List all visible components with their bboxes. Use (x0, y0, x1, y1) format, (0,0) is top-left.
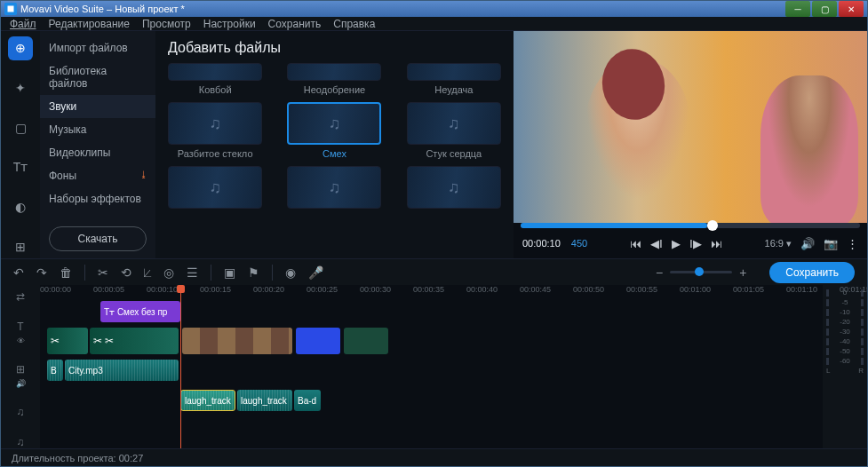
sidebar-item-import[interactable]: Импорт файлов (40, 36, 155, 59)
import-icon[interactable]: ⊕ (8, 36, 33, 60)
ruler-tick: 00:01:15 (840, 285, 867, 294)
transition-button[interactable]: ▣ (224, 265, 235, 280)
left-toolstrip: ⊕ ✦ ▢ Tᴛ ◐ ⊞ (1, 31, 40, 258)
add-track-button[interactable]: ⇄ (16, 290, 25, 303)
aspect-icon[interactable]: ▢ (8, 115, 33, 139)
download-icon: ⭳ (139, 170, 148, 179)
audio-track-icon[interactable]: ♫ (17, 406, 25, 418)
menu-view[interactable]: Просмотр (142, 18, 191, 30)
timeline-ruler[interactable]: 00:00:0000:00:0500:00:1000:00:1500:00:20… (40, 285, 823, 299)
ruler-tick: 00:00:05 (93, 285, 124, 294)
prev-button[interactable]: ⏮ (630, 237, 641, 250)
wand-icon[interactable]: ✦ (8, 76, 33, 100)
zoom-slider[interactable] (670, 271, 732, 273)
audio-clip[interactable]: laugh_track (237, 390, 292, 411)
duration-value: 00:27 (119, 453, 144, 463)
delete-button[interactable]: 🗑 (60, 265, 72, 280)
audio-clip[interactable]: B (47, 360, 63, 381)
video-clip[interactable]: ✂ (47, 328, 88, 354)
media-tile[interactable]: ♫ (407, 102, 501, 145)
menu-help[interactable]: Справка (333, 18, 375, 30)
title-track-icon[interactable]: T 👁 (17, 321, 25, 345)
redo-button[interactable]: ↷ (36, 265, 47, 280)
maximize-button[interactable]: ▢ (812, 1, 837, 17)
save-button[interactable]: Сохранить (769, 262, 855, 283)
duration-label: Длительность проекта: (12, 453, 116, 463)
sidebar-item-library[interactable]: Библиотека файлов (40, 59, 155, 95)
titlebar[interactable]: Movavi Video Suite – Новый проект * ─ ▢ … (1, 1, 867, 17)
close-button[interactable]: ✕ (839, 1, 864, 17)
snapshot-icon[interactable]: 📷 (824, 237, 838, 250)
menu-file[interactable]: Файл (10, 18, 36, 30)
image-clip[interactable] (344, 328, 388, 354)
text-icon[interactable]: Tᴛ (8, 155, 33, 179)
rotate-button[interactable]: ⟲ (121, 265, 131, 280)
aspect-ratio[interactable]: 16:9 ▾ (765, 238, 792, 249)
ruler-tick: 00:00:15 (200, 285, 231, 294)
tile-label: Разбитое стекло (178, 148, 253, 159)
ruler-tick: 00:01:00 (680, 285, 711, 294)
audio-clip[interactable]: Ba-d (294, 390, 321, 411)
media-tile-selected[interactable]: ♫ (287, 102, 381, 145)
ruler-tick: 00:00:20 (253, 285, 284, 294)
menu-edit[interactable]: Редактирование (49, 18, 130, 30)
sidebar-item-effects[interactable]: Наборы эффектов (40, 187, 155, 210)
time-display: 00:00:10 (522, 238, 561, 249)
zoom-out-button[interactable]: − (656, 265, 663, 280)
adjust-button[interactable]: ☰ (187, 265, 198, 280)
timeline-body[interactable]: 00:00:0000:00:0500:00:1000:00:1500:00:20… (40, 285, 823, 448)
color-button[interactable]: ◎ (163, 265, 174, 280)
video-preview[interactable] (514, 31, 867, 223)
media-tile[interactable]: ♫ (168, 166, 262, 209)
sidebar-item-sounds[interactable]: Звуки (40, 95, 155, 118)
download-button[interactable]: Скачать (49, 226, 147, 251)
audio2-track-icon[interactable]: ♫ (17, 436, 25, 448)
video-track-icon[interactable]: ⊞ 🔊 (16, 363, 26, 388)
minimize-button[interactable]: ─ (785, 1, 810, 17)
ruler-tick: 00:00:55 (626, 285, 657, 294)
moon-icon[interactable]: ◐ (8, 195, 33, 219)
media-panel: Добавить файлы Ковбой Неодобрение Неудач… (155, 31, 514, 258)
sidebar-item-backgrounds[interactable]: Фоны⭳ (40, 164, 155, 187)
volume-icon[interactable]: 🔊 (800, 237, 815, 250)
audio-clip[interactable]: City.mp3 (65, 360, 179, 381)
mic-button[interactable]: 🎤 (308, 265, 323, 280)
more-icon[interactable]: ⋮ (847, 237, 858, 250)
next-button[interactable]: ⏭ (711, 237, 722, 250)
zoom-in-button[interactable]: + (739, 265, 746, 280)
timeline: ⇄ T 👁 ⊞ 🔊 ♫ ♫ 00:00:0000:00:0500:00:1000… (1, 285, 867, 448)
step-back-button[interactable]: ◀Ⅰ (650, 237, 663, 250)
tile-label: Неудача (434, 84, 473, 95)
media-tile[interactable]: ♫ (407, 166, 501, 209)
step-fwd-button[interactable]: Ⅰ▶ (689, 237, 702, 250)
video-clip[interactable] (182, 328, 292, 354)
scrub-bar[interactable] (521, 223, 860, 228)
timeline-toolbar: ↶ ↷ 🗑 ✂ ⟲ ⟀ ◎ ☰ ▣ ⚑ ◉ 🎤 − + Сохранить (1, 258, 867, 285)
image-clip[interactable] (296, 328, 340, 354)
undo-button[interactable]: ↶ (13, 265, 24, 280)
apps-icon[interactable]: ⊞ (8, 234, 33, 258)
marker-button[interactable]: ⚑ (248, 265, 259, 280)
media-tile[interactable]: ♫ (287, 166, 381, 209)
tile-label: Неодобрение (304, 84, 365, 95)
cut-button[interactable]: ✂ (98, 265, 108, 280)
record-button[interactable]: ◉ (285, 265, 296, 280)
crop-button[interactable]: ⟀ (144, 265, 151, 280)
media-tile[interactable] (407, 63, 501, 81)
title-clip[interactable]: Tᴛ Смех без пр (100, 301, 180, 322)
app-icon (4, 3, 17, 15)
video-clip[interactable]: ✂ ✂ (90, 328, 179, 354)
playhead[interactable] (180, 285, 181, 448)
preview-panel: 00:00:10450 ⏮ ◀Ⅰ ▶ Ⅰ▶ ⏭ 16:9 ▾ 🔊 📷 ⋮ (514, 31, 867, 258)
play-button[interactable]: ▶ (672, 237, 681, 250)
meter-row: -20 (826, 318, 864, 326)
media-tile[interactable] (287, 63, 381, 81)
media-tile[interactable] (168, 63, 262, 81)
sidebar-item-music[interactable]: Музыка (40, 118, 155, 141)
menu-settings[interactable]: Настройки (203, 18, 256, 30)
scrub-handle[interactable] (707, 220, 718, 231)
media-tile[interactable]: ♫ (168, 102, 262, 145)
menu-save[interactable]: Сохранить (268, 18, 322, 30)
sidebar-item-clips[interactable]: Видеоклипы (40, 141, 155, 164)
audio-clip-selected[interactable]: laugh_track (180, 390, 235, 411)
